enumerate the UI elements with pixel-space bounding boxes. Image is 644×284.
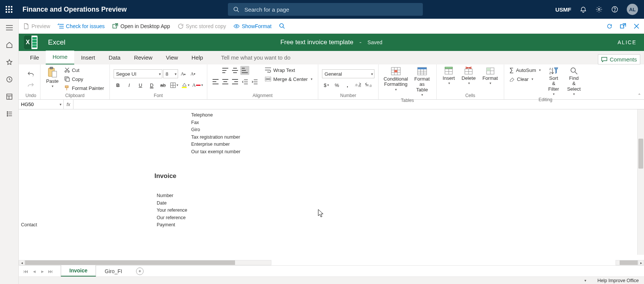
font-color-button[interactable]: A▾ <box>192 81 203 90</box>
tab-view[interactable]: View <box>159 51 185 64</box>
cell-tax-registration[interactable]: Tax registration number <box>191 135 240 140</box>
help-improve-link[interactable]: Help Improve Office <box>598 278 639 283</box>
find-select-button[interactable]: Find & Select▾ <box>565 66 583 97</box>
cell-enterprise-number[interactable]: Enterprise number <box>191 142 230 147</box>
scroll-right-icon[interactable]: ▸ <box>638 260 644 265</box>
bell-icon[interactable] <box>580 6 587 13</box>
strikethrough-button[interactable]: ab <box>159 81 168 90</box>
nav-expand-icon[interactable] <box>6 24 13 31</box>
align-middle-button[interactable] <box>231 66 240 75</box>
add-sheet-button[interactable]: + <box>136 268 144 275</box>
decrease-decimal-button[interactable]: .00.0 <box>364 81 373 90</box>
spreadsheet-grid[interactable]: Telephone Fax Giro Tax registration numb… <box>19 109 644 260</box>
close-action[interactable] <box>634 23 640 29</box>
borders-button[interactable]: ▾ <box>170 81 179 90</box>
clear-button[interactable]: Clear▾ <box>508 75 535 83</box>
sort-filter-button[interactable]: AZ Sort & Filter▾ <box>545 66 563 97</box>
cell-date[interactable]: Date <box>157 200 166 206</box>
sheet-tab-invoice[interactable]: Invoice <box>61 265 96 277</box>
cell-your-reference[interactable]: Your reference <box>157 208 187 213</box>
comma-button[interactable]: , <box>343 81 352 90</box>
percent-button[interactable]: % <box>332 81 341 90</box>
cell-our-reference[interactable]: Our reference <box>157 215 186 220</box>
user-avatar[interactable]: AL <box>627 4 638 15</box>
sheet-nav-prev-icon[interactable]: ◂ <box>30 267 38 275</box>
autosum-button[interactable]: ∑AutoSum▾ <box>508 66 542 74</box>
status-dropdown-icon[interactable]: ▾ <box>584 278 586 283</box>
collapse-ribbon-icon[interactable]: ⌃ <box>638 93 641 98</box>
cell-contact[interactable]: Contact <box>21 222 37 227</box>
number-format-select[interactable]: General <box>322 69 374 78</box>
wrap-text-button[interactable]: Wrap Text <box>264 66 297 74</box>
copy-button[interactable]: Copy <box>63 75 85 83</box>
name-box[interactable]: HG50 <box>19 100 64 109</box>
gear-icon[interactable] <box>595 6 603 13</box>
align-bottom-button[interactable] <box>240 66 249 75</box>
tab-insert[interactable]: Insert <box>74 51 102 64</box>
currency-button[interactable]: $▾ <box>322 81 331 90</box>
show-format-button[interactable]: ShowFormat <box>234 23 271 29</box>
decrease-indent-button[interactable] <box>240 77 249 86</box>
sheet-tab-giro[interactable]: Giro_FI <box>96 266 131 277</box>
popout-action[interactable] <box>620 23 626 29</box>
tab-review[interactable]: Review <box>127 51 159 64</box>
italic-button[interactable]: I <box>125 81 134 90</box>
undo-button[interactable] <box>26 69 35 78</box>
star-icon[interactable] <box>6 58 13 66</box>
align-center-button[interactable] <box>221 77 230 86</box>
horizontal-scrollbar[interactable]: ◂ ▸ <box>19 260 644 265</box>
increase-font-button[interactable]: A▴ <box>179 69 188 78</box>
recent-icon[interactable] <box>6 76 13 83</box>
cell-fax[interactable]: Fax <box>191 120 199 125</box>
formula-input[interactable] <box>73 100 644 109</box>
workspace-icon[interactable] <box>6 93 13 100</box>
fill-color-button[interactable]: ▾ <box>181 81 190 90</box>
cell-payment[interactable]: Payment <box>157 222 175 227</box>
align-left-button[interactable] <box>211 77 220 86</box>
fx-icon[interactable]: fx <box>64 100 73 109</box>
tab-data[interactable]: Data <box>102 51 127 64</box>
paste-button[interactable]: Paste ▾ <box>44 66 61 89</box>
double-underline-button[interactable]: D <box>147 81 156 90</box>
cell-number[interactable]: Number <box>157 193 173 198</box>
search-action[interactable] <box>279 23 285 29</box>
app-launcher-icon[interactable] <box>0 0 18 19</box>
document-title[interactable]: Free text invoice template <box>280 39 353 46</box>
conditional-formatting-button[interactable]: Conditional Formatting▾ <box>382 66 409 92</box>
cell-tax-exempt[interactable]: Our tax exempt number <box>191 149 240 154</box>
global-search[interactable] <box>228 3 423 16</box>
check-issues-button[interactable]: Check for issues <box>58 23 105 29</box>
increase-decimal-button[interactable]: .0.00 <box>353 81 362 90</box>
font-family-select[interactable]: Segoe UI <box>114 69 162 78</box>
delete-cells-button[interactable]: Delete▾ <box>459 66 478 86</box>
sheet-nav-last-icon[interactable]: ⏭ <box>46 267 55 275</box>
underline-button[interactable]: U <box>136 81 145 90</box>
reload-action[interactable] <box>607 23 613 29</box>
format-painter-button[interactable]: Format Painter <box>63 84 106 92</box>
home-icon[interactable] <box>6 41 13 49</box>
format-as-table-button[interactable]: Format as Table▾ <box>412 66 433 98</box>
help-icon[interactable] <box>611 6 619 13</box>
bold-button[interactable]: B <box>114 81 123 90</box>
redo-button[interactable] <box>26 81 35 90</box>
align-top-button[interactable] <box>221 66 230 75</box>
tab-home[interactable]: Home <box>46 51 74 64</box>
cell-giro[interactable]: Giro <box>191 127 200 132</box>
cell-telephone[interactable]: Telephone <box>191 112 213 118</box>
tell-me-search[interactable]: Tell me what you want to do <box>221 54 291 64</box>
global-search-input[interactable] <box>244 6 418 13</box>
tab-help[interactable]: Help <box>185 51 210 64</box>
increase-indent-button[interactable] <box>250 77 259 86</box>
align-right-button[interactable] <box>231 77 240 86</box>
decrease-font-button[interactable]: A▾ <box>189 69 198 78</box>
merge-center-button[interactable]: Merge & Center▾ <box>264 75 314 83</box>
cut-button[interactable]: Cut <box>63 66 81 74</box>
format-cells-button[interactable]: Format▾ <box>480 66 500 86</box>
insert-cells-button[interactable]: Insert▾ <box>440 66 457 86</box>
sheet-nav-first-icon[interactable]: ⏮ <box>22 267 30 275</box>
open-desktop-button[interactable]: Open in Desktop App <box>112 23 170 29</box>
company-code[interactable]: USMF <box>556 6 572 13</box>
tab-file[interactable]: File <box>23 51 46 64</box>
modules-icon[interactable] <box>6 110 13 118</box>
cell-invoice-heading[interactable]: Invoice <box>154 172 177 180</box>
